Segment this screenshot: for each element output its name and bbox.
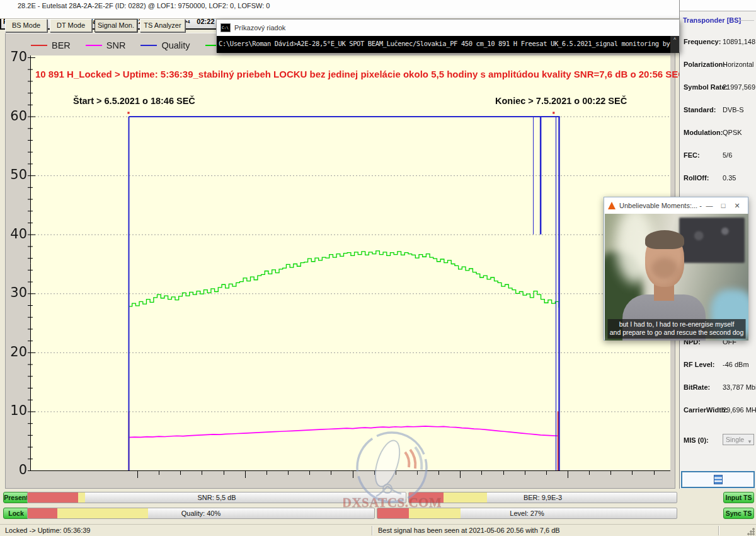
face-shading <box>651 258 678 279</box>
y-axis-tick-label: 60 <box>6 108 27 124</box>
tab-dt-mode[interactable]: DT Mode <box>50 19 92 32</box>
sidebar-field-value: 10891,148 MHz <box>723 38 756 45</box>
legend-label: Quality <box>161 40 190 50</box>
legend-label: SNR <box>106 40 126 50</box>
vlc-title: Unbelievable Moments:... - VLC... <box>619 202 702 209</box>
groupbox-line <box>738 20 754 21</box>
sidebar-field-label: CarrierWidth: <box>684 406 728 414</box>
window-titlebar: 28.2E - Eutelsat 28A-2A-2E-2F (ID: 0282)… <box>0 0 756 19</box>
cmd-scrollbar[interactable]: ˄ <box>670 36 679 53</box>
legend-swatch <box>31 45 47 46</box>
signal-meters-panel: Present Lock SNR: 5,5 dB BER: 9,9E-3 Qua… <box>0 489 756 524</box>
legend-item-quality: Quality <box>140 40 190 50</box>
vlc-video-frame[interactable]: but I had to, I had to re-energise mysel… <box>605 214 748 341</box>
sidebar-field-label: Modulation: <box>684 129 723 136</box>
sync-ts-button[interactable]: Sync TS <box>723 508 754 519</box>
video-subtitles: but I had to, I had to re-energise mysel… <box>608 319 746 339</box>
sidebar-field-value: 33,787 Mbit/s <box>723 383 756 391</box>
chart-end-label: Koniec > 7.5.2021 o 00:22 SEČ <box>495 96 627 106</box>
scroll-up-arrow[interactable]: ˄ <box>673 36 677 42</box>
sidebar-field-label: BitRate: <box>684 383 710 391</box>
sidebar-field-value: 0.35 <box>723 174 736 182</box>
sidebar-field-label: RollOff: <box>684 174 709 182</box>
status-separator <box>718 526 719 535</box>
cmd-output-line: C:\Users\Roman Dávid>A2E-28,5°E_UK SPOT … <box>217 36 679 53</box>
tab-signal-mon[interactable]: Signal Mon. <box>94 19 137 32</box>
cmd-titlebar[interactable]: C:\ Príkazový riadok <box>217 20 679 36</box>
sidebar-field-value: 21997,569 KS/s <box>723 83 756 91</box>
chart-headline: 10 891 H_Locked > Uptime: 5:36:39_stabil… <box>35 69 685 79</box>
legend-swatch <box>140 45 157 46</box>
sidebar-field-label: Frequency: <box>684 38 721 45</box>
command-prompt-window[interactable]: C:\ Príkazový riadok C:\Users\Roman Dávi… <box>216 19 680 52</box>
y-axis-tick-label: 0 <box>6 462 27 477</box>
level-meter: Level: 27% <box>377 508 677 519</box>
tab-bs-mode[interactable]: BS Mode <box>5 19 47 32</box>
y-axis-tick-label: 70 <box>6 49 27 64</box>
snr-meter: SNR: 5,5 dB <box>27 492 406 503</box>
window-title: 28.2E - Eutelsat 28A-2A-2E-2F (ID: 0282)… <box>18 2 270 9</box>
legend-label: BER <box>52 40 71 50</box>
vlc-window[interactable]: Unbelievable Moments:... - VLC... — □ ✕ … <box>604 197 748 341</box>
maximize-button[interactable]: □ <box>716 202 730 209</box>
sidebar-field-value: Horizontal <box>723 61 754 68</box>
y-axis-tick-label: 10 <box>6 403 27 418</box>
snr-meter-label: SNR: 5,5 dB <box>28 492 406 503</box>
y-axis-tick-label: 30 <box>6 285 27 300</box>
resize-grip[interactable] <box>747 528 755 535</box>
chart-legend: BERSNRQualityLevel <box>31 40 248 50</box>
vlc-cone-icon <box>608 202 616 209</box>
legend-item-snr: SNR <box>86 40 126 50</box>
status-bar: Locked -> Uptime: 05:36:39 Best signal h… <box>0 524 756 536</box>
signal-chart-panel: BERSNRQualityLevel 706050403020100 10 89… <box>5 33 675 489</box>
sidebar-field-label: FEC: <box>684 151 700 159</box>
sidebar-field-value: 29,696 MHz <box>723 406 756 414</box>
cmd-title: Príkazový riadok <box>234 24 285 32</box>
y-axis-tick-label: 20 <box>6 344 27 359</box>
quality-meter: Quality: 40% <box>27 508 375 519</box>
status-best-signal: Best signal has been seen at 2021-05-06 … <box>378 527 560 534</box>
ber-meter: BER: 9,9E-3 <box>408 492 677 503</box>
mis-dropdown[interactable]: Single ▼ <box>723 434 754 445</box>
sidebar-field-label: Symbol Rate: <box>684 83 728 91</box>
status-lock-uptime: Locked -> Uptime: 05:36:39 <box>5 527 90 534</box>
chart-start-label: Štart > 6.5.2021 o 18:46 SEČ <box>73 96 195 106</box>
sidebar-field-value: DVB-S <box>723 106 744 114</box>
sidebar-field-value: 5/6 <box>723 151 732 159</box>
sidebar-top-strip <box>680 0 756 11</box>
sidebar-field-value: -46 dBm <box>723 361 749 368</box>
level-meter-label: Level: 27% <box>377 508 677 519</box>
minimize-button[interactable]: — <box>702 202 716 209</box>
tab-ts-analyzer[interactable]: TS Analyzer (OK) <box>140 19 185 32</box>
vlc-titlebar[interactable]: Unbelievable Moments:... - VLC... — □ ✕ <box>604 197 748 214</box>
background-picture-frame <box>679 218 745 263</box>
sidebar-field-value: QPSK <box>723 129 742 136</box>
log-list-icon <box>714 475 723 484</box>
status-separator <box>372 526 373 535</box>
close-button[interactable]: ✕ <box>730 202 744 210</box>
chevron-down-icon: ▼ <box>747 437 752 447</box>
legend-item-ber: BER <box>31 40 71 50</box>
quality-meter-label: Quality: 40% <box>28 508 374 519</box>
log-button[interactable] <box>681 471 755 488</box>
y-axis-tick-label: 40 <box>6 226 27 242</box>
mis-value: Single <box>726 436 744 443</box>
lock-indicator[interactable]: Lock <box>3 508 29 519</box>
subtitle-line: but I had to, I had to re-energise mysel… <box>609 320 745 329</box>
console-icon: C:\ <box>220 23 231 32</box>
present-indicator[interactable]: Present <box>3 492 29 503</box>
man-hair <box>645 230 684 249</box>
legend-swatch <box>86 45 102 46</box>
input-ts-button[interactable]: Input TS <box>723 492 754 503</box>
subtitle-line: and prepare to go and rescue the second … <box>609 329 745 337</box>
sidebar-field-label: Polarization: <box>684 61 725 68</box>
sidebar-field-label: Standard: <box>684 106 716 114</box>
mis-label: MIS (0): <box>684 436 709 444</box>
sidebar-field-label: RF Level: <box>684 361 715 368</box>
ber-meter-label: BER: 9,9E-3 <box>409 492 677 503</box>
y-axis-tick-label: 50 <box>6 167 27 182</box>
transponder-group-title: Transponder [BS] <box>683 16 741 24</box>
